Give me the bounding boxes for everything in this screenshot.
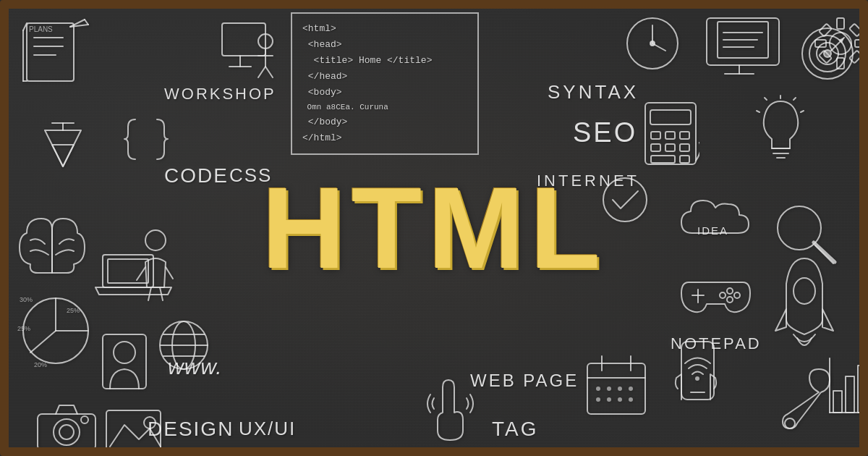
- svg-marker-46: [52, 145, 74, 166]
- svg-rect-34: [855, 40, 866, 47]
- person-desk-icon: [204, 16, 284, 91]
- keyword-tag: TAG: [492, 418, 538, 441]
- code-line-4: </head>: [302, 69, 467, 85]
- svg-point-89: [734, 292, 740, 298]
- pen-nib-icon: [41, 116, 85, 177]
- keyword-seo: SEO: [573, 117, 637, 148]
- svg-line-18: [265, 67, 273, 77]
- svg-rect-52: [665, 132, 675, 139]
- svg-rect-58: [680, 156, 689, 163]
- svg-point-105: [607, 387, 611, 391]
- svg-line-8: [85, 20, 88, 25]
- svg-line-74: [137, 267, 145, 280]
- clock-icon: [624, 14, 681, 75]
- pie-chart-icon: 30% 25% 25% 20%: [16, 287, 95, 377]
- svg-point-115: [785, 418, 795, 428]
- svg-point-111: [629, 397, 633, 402]
- camera-icon: [34, 400, 99, 456]
- svg-line-65: [757, 111, 760, 112]
- light-bulb-icon: [754, 94, 808, 166]
- svg-rect-53: [680, 132, 689, 139]
- svg-rect-57: [651, 156, 675, 163]
- keyword-webpage: WEB PAGE: [470, 371, 579, 391]
- svg-marker-45: [45, 130, 81, 166]
- globe-icon: [157, 318, 211, 376]
- image-landscape-icon: [103, 407, 164, 456]
- finger-touch-icon: [427, 376, 474, 444]
- laptop-person-icon: [92, 222, 175, 305]
- svg-rect-50: [650, 110, 691, 124]
- svg-rect-54: [651, 144, 660, 151]
- svg-rect-55: [665, 144, 675, 151]
- svg-point-104: [596, 387, 600, 391]
- main-title: HTML: [262, 170, 606, 286]
- svg-rect-112: [681, 342, 714, 400]
- code-line-8: </html>: [302, 130, 467, 146]
- gamepad-icon: [678, 268, 754, 321]
- svg-point-88: [727, 288, 733, 294]
- svg-rect-51: [651, 132, 660, 139]
- svg-rect-120: [858, 366, 867, 413]
- svg-line-75: [166, 267, 173, 279]
- keyword-code: CODE: [164, 164, 229, 187]
- keyword-syntax: SYNTAX: [548, 81, 639, 104]
- monitor-icon: [703, 14, 783, 83]
- svg-point-22: [650, 41, 655, 46]
- svg-line-66: [765, 98, 767, 100]
- svg-rect-118: [833, 391, 842, 413]
- svg-point-122: [54, 419, 80, 445]
- brain-icon: [16, 215, 88, 283]
- svg-text:30%: 30%: [20, 296, 33, 303]
- svg-line-64: [801, 111, 804, 112]
- svg-rect-119: [846, 376, 854, 413]
- code-line-6: Omn a8CEa. Curuna: [302, 101, 467, 114]
- svg-point-92: [793, 278, 815, 304]
- svg-point-90: [727, 297, 733, 303]
- svg-point-107: [629, 387, 633, 391]
- svg-text:PLANS: PLANS: [29, 25, 53, 33]
- svg-point-99: [114, 342, 135, 363]
- code-line-1: <html>: [302, 21, 467, 37]
- keyword-uxui: UX/UI: [239, 418, 296, 440]
- svg-line-63: [793, 98, 796, 100]
- code-line-3: <title> Home </title>: [302, 53, 467, 69]
- calendar-icon: [584, 352, 649, 421]
- bar-chart-icon: [826, 355, 868, 423]
- svg-text:25%: 25%: [17, 325, 30, 332]
- target-icon: [801, 27, 855, 84]
- svg-point-67: [603, 178, 647, 221]
- svg-point-73: [145, 230, 166, 250]
- code-snippet-box: <html> <head> <title> Home </title> </he…: [291, 12, 479, 155]
- phone-wifi-icon: [671, 338, 725, 413]
- svg-point-109: [607, 397, 611, 402]
- idea-cloud-icon: [678, 197, 757, 247]
- rocket-icon: [772, 255, 837, 359]
- code-line-2: <head>: [302, 37, 467, 53]
- curly-braces-icon: [121, 116, 171, 166]
- svg-line-17: [258, 67, 265, 77]
- plans-icon: PLANS: [16, 16, 95, 91]
- svg-text:20%: 20%: [34, 361, 47, 368]
- svg-point-42: [824, 50, 831, 57]
- svg-point-106: [618, 387, 622, 391]
- id-card-icon: [99, 327, 150, 395]
- svg-text:25%: 25%: [67, 307, 80, 314]
- svg-line-81: [30, 331, 56, 352]
- svg-point-124: [81, 416, 88, 423]
- svg-rect-98: [103, 334, 146, 389]
- svg-point-126: [144, 417, 156, 428]
- svg-point-91: [720, 292, 726, 298]
- calculator-icon: [642, 99, 699, 171]
- svg-point-108: [596, 397, 600, 402]
- checkmark-icon: [602, 177, 649, 227]
- svg-rect-56: [680, 144, 689, 151]
- svg-point-114: [695, 376, 699, 381]
- svg-point-110: [618, 397, 622, 402]
- code-line-5: <body>: [302, 85, 467, 101]
- chalkboard-background: HTML <html> <head> <title> Home </title>…: [0, 0, 868, 456]
- code-line-7: </body>: [302, 114, 467, 130]
- svg-point-123: [59, 425, 74, 439]
